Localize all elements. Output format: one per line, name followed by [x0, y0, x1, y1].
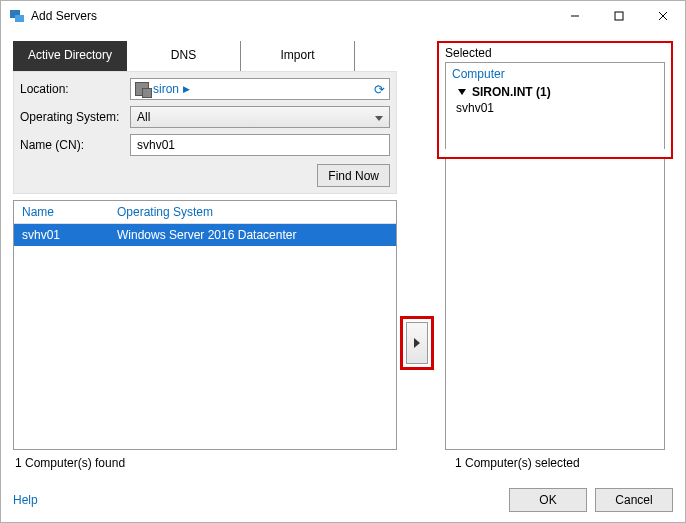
result-os: Windows Server 2016 Datacenter — [109, 224, 396, 246]
help-link[interactable]: Help — [13, 493, 38, 507]
selected-item[interactable]: svhv01 — [456, 101, 658, 115]
footer: Help OK Cancel — [1, 478, 685, 522]
filter-panel: Location: siron ▶ ⟳ Operating System: Al… — [13, 71, 397, 194]
add-servers-window: Add Servers Active Directory DNS Import … — [0, 0, 686, 523]
selected-title: Selected — [445, 46, 665, 60]
status-row: 1 Computer(s) found 1 Computer(s) select… — [13, 450, 673, 470]
selected-header[interactable]: Computer — [452, 67, 658, 81]
domain-icon — [135, 82, 149, 96]
results-header: Name Operating System — [14, 201, 396, 224]
transfer-column — [397, 41, 437, 450]
tab-bar: Active Directory DNS Import — [13, 41, 397, 71]
highlight-box — [400, 316, 434, 370]
col-name-header[interactable]: Name — [14, 201, 109, 223]
os-label: Operating System: — [20, 110, 130, 124]
cancel-button[interactable]: Cancel — [595, 488, 673, 512]
tab-dns[interactable]: DNS — [127, 41, 241, 71]
result-row[interactable]: svhv01 Windows Server 2016 Datacenter — [14, 224, 396, 246]
status-found: 1 Computer(s) found — [15, 456, 427, 470]
tab-active-directory[interactable]: Active Directory — [13, 41, 127, 71]
selected-panel-top: Computer SIRON.INT (1) svhv01 — [445, 62, 665, 149]
svg-rect-3 — [615, 12, 623, 20]
titlebar: Add Servers — [1, 1, 685, 31]
window-controls — [553, 1, 685, 31]
location-label: Location: — [20, 82, 130, 96]
name-label: Name (CN): — [20, 138, 130, 152]
results-list: Name Operating System svhv01 Windows Ser… — [13, 200, 397, 450]
chevron-right-icon: ▶ — [183, 84, 190, 94]
selected-group[interactable]: SIRON.INT (1) — [458, 85, 658, 99]
result-name: svhv01 — [14, 224, 109, 246]
add-to-selected-button[interactable] — [406, 322, 428, 364]
find-now-button[interactable]: Find Now — [317, 164, 390, 187]
tab-import[interactable]: Import — [241, 41, 355, 71]
os-value: All — [137, 110, 150, 124]
minimize-button[interactable] — [553, 1, 597, 31]
content-area: Active Directory DNS Import Location: si… — [1, 31, 685, 478]
status-selected: 1 Computer(s) selected — [427, 456, 671, 470]
window-title: Add Servers — [31, 9, 553, 23]
col-os-header[interactable]: Operating System — [109, 201, 396, 223]
name-input[interactable]: svhv01 — [130, 134, 390, 156]
maximize-button[interactable] — [597, 1, 641, 31]
os-select[interactable]: All — [130, 106, 390, 128]
close-button[interactable] — [641, 1, 685, 31]
ok-button[interactable]: OK — [509, 488, 587, 512]
refresh-icon[interactable]: ⟳ — [374, 82, 385, 97]
location-field[interactable]: siron ▶ ⟳ — [130, 78, 390, 100]
svg-rect-1 — [15, 15, 24, 22]
name-value: svhv01 — [137, 138, 175, 152]
selected-highlight: Selected Computer SIRON.INT (1) svhv01 — [437, 41, 673, 159]
location-value: siron — [153, 82, 179, 96]
selected-panel-body — [445, 159, 665, 450]
app-icon — [9, 8, 25, 24]
